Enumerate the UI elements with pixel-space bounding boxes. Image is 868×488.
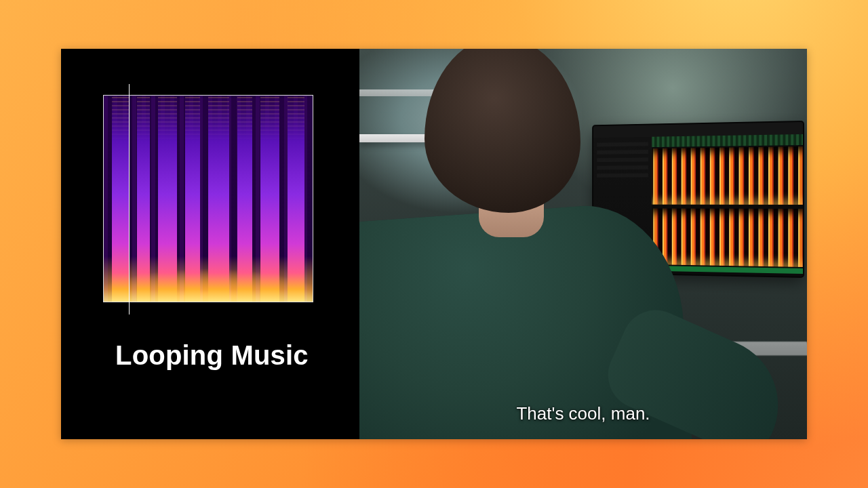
audio-track-spectrogram [652,208,803,267]
video-caption: That's cool, man. [359,403,807,424]
person-head [425,49,580,213]
playhead-line [129,84,130,314]
feature-title: Looping Music [115,340,309,371]
spectrogram-thumbnail [103,95,313,302]
video-scene: That's cool, man. [359,49,807,439]
audio-track-spectrogram [652,146,803,205]
left-panel: Looping Music [61,49,359,439]
video-frame: Looping Music That's cool, man. [61,49,807,439]
spectrogram-graphic [104,96,313,302]
